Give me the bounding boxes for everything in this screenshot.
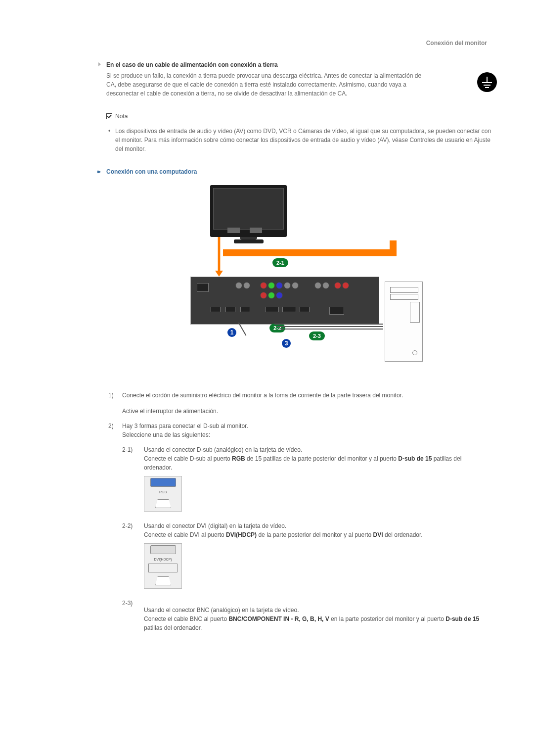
- diagram-cable-arrow: [215, 237, 223, 277]
- arrow-icon: [98, 62, 101, 66]
- step-2-intro-b: Seleccione una de las siguientes:: [122, 430, 490, 439]
- nota-label: Nota: [115, 113, 128, 120]
- step-num-2: 2): [106, 419, 120, 638]
- rgb-connector-label: RGB: [144, 490, 181, 495]
- step-1-text-a: Conecte el cordón de suministro eléctric…: [122, 391, 490, 400]
- checkbox-icon: [106, 113, 112, 119]
- rgb-connector-image: RGB: [144, 476, 182, 512]
- subheading: ▸▸ Conexión con una computadora: [106, 168, 492, 175]
- page-header-right: Conexión del monitor: [106, 40, 492, 47]
- diagram-tag-2-1: 2-1: [272, 258, 288, 267]
- step-num-2-2: 2-2): [122, 519, 142, 596]
- step-num-2-3: 2-3): [122, 596, 142, 635]
- double-arrow-icon: ▸▸: [97, 169, 99, 174]
- diagram-pc-tower: [385, 282, 423, 362]
- steps-list: 1) Conecte el cordón de suministro eléct…: [106, 388, 492, 638]
- nota-bullet: Los dispositivos de entrada de audio y v…: [106, 127, 492, 153]
- step-2-3-a: Usando el conector BNC (analógico) en la…: [144, 606, 488, 614]
- step-2-3-b: Conecte el cable BNC al puerto BNC/COMPO…: [144, 614, 488, 632]
- dvi-connector-image: DVI(HDCP): [144, 543, 182, 589]
- ground-icon: [477, 72, 497, 92]
- connection-diagram: 2-1: [176, 185, 423, 373]
- ground-title-text: En el caso de un cable de alimentación c…: [106, 61, 278, 68]
- step-num-1: 1): [106, 388, 120, 419]
- step-2-intro-a: Hay 3 formas para conectar el D-sub al m…: [122, 422, 490, 430]
- step-1-text-b: Active el interruptor de alimentación.: [122, 407, 490, 416]
- subheading-text: Conexión con una computadora: [106, 168, 197, 175]
- step-2-2-a: Usando el conector DVI (digital) en la t…: [144, 521, 488, 530]
- diagram-monitor: [210, 185, 287, 237]
- ground-title: En el caso de un cable de alimentación c…: [106, 61, 492, 68]
- ground-body: Si se produce un fallo, la conexión a ti…: [106, 71, 428, 98]
- nota-line: Nota: [106, 113, 492, 120]
- step-2-1-b: Conecte el cable D-sub al puerto RGB de …: [144, 454, 488, 472]
- ground-cable-section: En el caso de un cable de alimentación c…: [106, 61, 492, 98]
- diagram-wires: [235, 324, 383, 368]
- dvi-connector-label: DVI(HDCP): [144, 557, 181, 563]
- step-2-1-a: Usando el conector D-sub (analógico) en …: [144, 445, 488, 454]
- step-2-2-b: Conecte el cable DVI al puerto DVI(HDCP)…: [144, 530, 488, 539]
- diagram-rear-panel: [190, 277, 379, 325]
- step-num-2-1: 2-1): [122, 442, 142, 519]
